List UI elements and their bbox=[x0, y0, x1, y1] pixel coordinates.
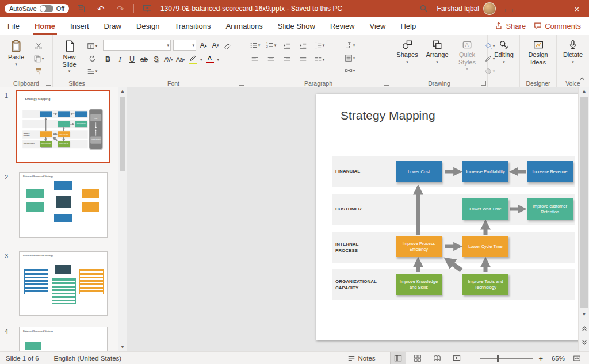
box-lower-cost[interactable]: Lower Cost bbox=[396, 161, 442, 182]
zoom-out-button[interactable]: – bbox=[469, 354, 476, 363]
box-improve-process-efficiency[interactable]: Improve Process Efficiency bbox=[40, 131, 52, 137]
thumbnail-scroll-up-icon[interactable]: ▲ bbox=[118, 87, 127, 95]
normal-view-button[interactable] bbox=[391, 352, 406, 364]
box-increase-profitability[interactable]: Increase Profitability bbox=[58, 111, 70, 117]
increase-indent-button[interactable] bbox=[296, 40, 310, 51]
font-color-chevron[interactable]: ▾ bbox=[217, 58, 220, 62]
increase-font-size-button[interactable]: A▴ bbox=[198, 40, 208, 51]
copy-button[interactable]: ▾ bbox=[32, 53, 45, 64]
change-case-button[interactable]: Aa▾ bbox=[175, 54, 185, 64]
tab-review[interactable]: Review bbox=[323, 17, 362, 35]
main-scrollbar[interactable]: ▲ ▼ bbox=[578, 87, 589, 351]
box-improve-process-efficiency[interactable]: Improve Process Efficiency bbox=[396, 236, 442, 257]
quick-styles-button[interactable]: Quick Styles ▾ bbox=[453, 37, 481, 78]
slide-thumbnail-1[interactable]: Strategy Mapping FINANCIAL CUSTOMER INTE… bbox=[16, 90, 110, 163]
slide-sorter-view-button[interactable] bbox=[410, 352, 425, 364]
editing-menu-button[interactable]: Editing ▾ bbox=[489, 37, 518, 78]
leading-question-top[interactable]: Leading Question: How? bbox=[90, 114, 101, 121]
language-status[interactable]: English (United States) bbox=[54, 355, 122, 362]
zoom-slider[interactable] bbox=[480, 358, 533, 359]
tab-animations[interactable]: Animations bbox=[219, 17, 270, 35]
tab-transitions[interactable]: Transitions bbox=[167, 17, 218, 35]
slide-show-button[interactable] bbox=[449, 352, 464, 364]
new-slide-button[interactable]: New Slide ▾ bbox=[55, 37, 84, 78]
slide-thumbnail-4[interactable]: Balanced Scorecard Strategy bbox=[19, 327, 108, 351]
drawing-dialog-launcher[interactable] bbox=[481, 81, 486, 86]
box-lower-cycle-time[interactable]: Lower Cycle Time bbox=[58, 131, 70, 137]
minimize-button[interactable] bbox=[517, 0, 541, 17]
tab-view[interactable]: View bbox=[362, 17, 393, 35]
font-size-select[interactable]: ▾ bbox=[173, 40, 196, 51]
leading-question-bottom[interactable]: Leading Question: If ... Then ...? bbox=[90, 137, 101, 144]
search-icon[interactable] bbox=[416, 1, 431, 16]
save-button[interactable] bbox=[74, 1, 89, 16]
zoom-in-button[interactable]: + bbox=[537, 354, 544, 363]
paste-button[interactable]: Paste ▾ bbox=[2, 37, 30, 78]
text-shadow-button[interactable]: S bbox=[151, 54, 161, 64]
line-spacing-button[interactable]: ▾ bbox=[312, 40, 326, 51]
tab-file[interactable]: File bbox=[0, 17, 27, 35]
zoom-level[interactable]: 65% bbox=[549, 355, 565, 362]
clipboard-dialog-launcher[interactable] bbox=[46, 81, 51, 86]
text-highlight-chevron[interactable]: ▾ bbox=[200, 58, 202, 62]
box-lower-cost[interactable]: Lower Cost bbox=[40, 111, 52, 117]
box-improve-knowledge-skills[interactable]: Improve Knowledge and Skills bbox=[40, 141, 52, 147]
format-painter-button[interactable] bbox=[32, 66, 45, 76]
align-left-button[interactable] bbox=[248, 54, 262, 65]
tab-help[interactable]: Help bbox=[393, 17, 423, 35]
box-improve-tools-technology[interactable]: Improve Tools and Technology bbox=[58, 141, 70, 147]
font-color-button[interactable]: A bbox=[205, 55, 215, 63]
bullets-button[interactable]: ▾ bbox=[248, 40, 262, 51]
decrease-indent-button[interactable] bbox=[280, 40, 294, 51]
leading-questions-panel[interactable]: Leading Question: How? Leading Question:… bbox=[89, 109, 102, 149]
numbering-button[interactable]: ▾ bbox=[264, 40, 278, 51]
slide-layout-button[interactable]: ▾ bbox=[85, 40, 99, 51]
scroll-thumb[interactable] bbox=[580, 97, 588, 308]
box-improve-tools-technology[interactable]: Improve Tools and Technology bbox=[462, 274, 508, 295]
box-increase-revenue[interactable]: Increase Revenue bbox=[527, 161, 573, 182]
bold-button[interactable]: B bbox=[103, 54, 113, 64]
reset-slide-button[interactable] bbox=[85, 53, 99, 64]
tab-draw[interactable]: Draw bbox=[97, 17, 129, 35]
font-dialog-launcher[interactable] bbox=[239, 81, 244, 86]
slide-canvas[interactable]: Strategy Mapping FINANCIAL CUSTOMER INTE… bbox=[18, 93, 107, 159]
cut-button[interactable] bbox=[32, 40, 45, 51]
notes-button[interactable]: Notes bbox=[347, 354, 376, 362]
undo-button[interactable]: ↶ bbox=[93, 1, 108, 16]
slide-title[interactable]: Strategy Mapping bbox=[25, 97, 50, 101]
zoom-slider-thumb[interactable] bbox=[497, 355, 499, 362]
slide-thumbnail-3[interactable]: Balanced Scorecard Strategy bbox=[19, 251, 108, 316]
ribbon-display-options-button[interactable] bbox=[502, 1, 517, 16]
arrange-button[interactable]: Arrange ▾ bbox=[423, 37, 452, 78]
character-spacing-button[interactable]: AV▾ bbox=[163, 54, 173, 64]
box-improve-knowledge-skills[interactable]: Improve Knowledge and Skills bbox=[396, 274, 442, 295]
font-name-select[interactable]: ▾ bbox=[103, 40, 171, 51]
design-ideas-button[interactable]: Design Ideas bbox=[522, 37, 554, 78]
tab-insert[interactable]: Insert bbox=[63, 17, 97, 35]
dictate-button[interactable]: Dictate ▾ bbox=[559, 37, 587, 78]
align-text-button[interactable]: ▾ bbox=[340, 52, 359, 63]
clear-formatting-button[interactable] bbox=[223, 40, 232, 51]
thumbnail-scrollbar[interactable]: ▲ ▼ bbox=[118, 87, 127, 351]
decrease-font-size-button[interactable]: A▾ bbox=[211, 40, 220, 51]
thumbnail-scroll-thumb[interactable] bbox=[120, 97, 125, 171]
italic-button[interactable]: I bbox=[115, 54, 125, 64]
text-highlight-color-button[interactable] bbox=[188, 54, 198, 64]
box-lower-wait-time[interactable]: Lower Wait Time bbox=[462, 198, 508, 220]
tab-design[interactable]: Design bbox=[129, 17, 167, 35]
scroll-up-icon[interactable]: ▲ bbox=[579, 87, 589, 95]
maximize-button[interactable] bbox=[541, 0, 565, 17]
account-chip[interactable]: Farshad Iqbal bbox=[431, 2, 502, 15]
comments-button[interactable]: Comments bbox=[534, 22, 581, 30]
section-button[interactable]: ▾ bbox=[85, 66, 99, 76]
box-increase-revenue[interactable]: Increase Revenue bbox=[75, 111, 87, 117]
paragraph-dialog-launcher[interactable] bbox=[384, 81, 389, 86]
reading-view-button[interactable] bbox=[430, 352, 445, 364]
thumbnail-scroll-down-icon[interactable]: ▼ bbox=[118, 343, 127, 351]
box-improve-customer-retention[interactable]: Improve customer Retention bbox=[527, 198, 573, 220]
previous-slide-button[interactable] bbox=[579, 322, 589, 335]
shapes-button[interactable]: Shapes ▾ bbox=[393, 37, 422, 78]
start-from-beginning-button[interactable] bbox=[140, 1, 155, 16]
slide-thumbnail-2[interactable]: Balanced Scorecard Strategy bbox=[19, 172, 108, 238]
slide-canvas[interactable]: Strategy Mapping FINANCIAL CUSTOMER INTE… bbox=[316, 94, 589, 340]
